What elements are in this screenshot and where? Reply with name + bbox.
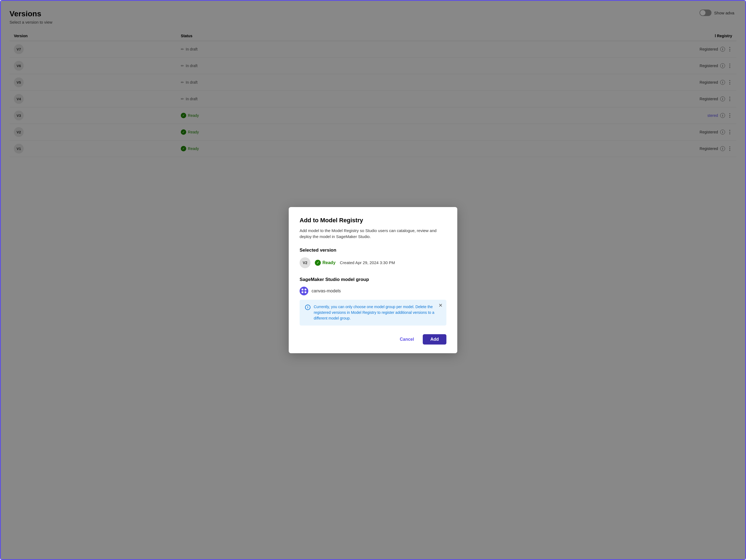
info-banner-close-button[interactable]: ✕ bbox=[438, 303, 442, 308]
model-group-icon-inner bbox=[302, 289, 306, 293]
modal-actions: Cancel Add bbox=[299, 334, 447, 345]
cancel-button[interactable]: Cancel bbox=[395, 335, 418, 344]
model-group-name: canvas-models bbox=[312, 289, 341, 293]
created-text: Created Apr 29, 2024 3:30 PM bbox=[340, 260, 395, 265]
ready-check-icon: ✓ bbox=[315, 260, 321, 266]
modal-overlay: Add to Model Registry Add model to the M… bbox=[1, 1, 745, 559]
add-button[interactable]: Add bbox=[423, 334, 447, 345]
page-container: Versions Select a version to view Show a… bbox=[0, 0, 746, 560]
ready-label: Ready bbox=[322, 260, 336, 265]
version-row: V2 ✓ Ready Created Apr 29, 2024 3:30 PM bbox=[299, 257, 447, 268]
info-banner: i Currently, you can only choose one mod… bbox=[299, 300, 447, 325]
selected-version-label: Selected version bbox=[299, 247, 447, 253]
model-group-label: SageMaker Studio model group bbox=[299, 277, 447, 282]
model-group-row: canvas-models bbox=[299, 287, 447, 295]
modal-description: Add model to the Model Registry so Studi… bbox=[299, 228, 447, 240]
info-banner-icon: i bbox=[305, 304, 311, 310]
version-badge-modal: V2 bbox=[299, 257, 311, 268]
info-banner-text: Currently, you can only choose one model… bbox=[314, 304, 441, 321]
model-group-icon bbox=[299, 287, 308, 295]
modal-title: Add to Model Registry bbox=[299, 217, 447, 224]
modal-dialog: Add to Model Registry Add model to the M… bbox=[289, 207, 457, 353]
ready-badge: ✓ Ready bbox=[315, 260, 336, 266]
